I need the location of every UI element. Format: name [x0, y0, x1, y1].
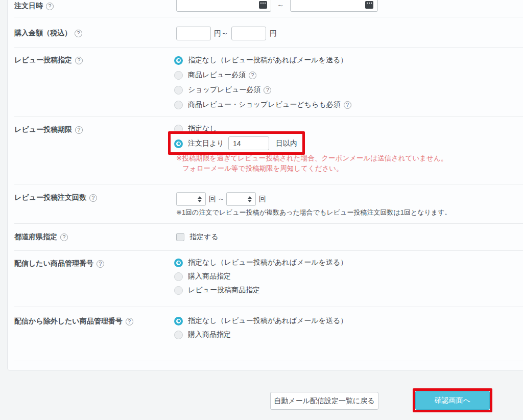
radio-option-label: 指定なし（レビュー投稿があればメールを送る） [188, 316, 347, 325]
count-unit-from: 回 [209, 195, 216, 204]
date-range-separator: ～ [277, 1, 284, 10]
prefecture-checkbox-option[interactable]: 指定する [176, 232, 219, 242]
review-post-spec-label: レビュー投稿指定 [14, 56, 72, 65]
radio-unselected-icon[interactable] [174, 101, 183, 109]
radio-selected-icon[interactable] [174, 317, 183, 325]
radio-option-exclude-none[interactable]: 指定なし（レビュー投稿があればメールを送る） [174, 316, 347, 325]
radio-option-label: 購入商品指定 [188, 272, 231, 281]
row-separator [14, 361, 523, 361]
radio-option-include-reviewed[interactable]: レビュー投稿商品指定 [174, 286, 260, 295]
amount-unit-to: 円 [270, 29, 277, 38]
row-separator [14, 250, 523, 251]
radio-unselected-icon[interactable] [174, 125, 183, 133]
radio-unselected-icon[interactable] [174, 331, 183, 339]
review-order-count-label-row: レビュー投稿注文回数 ? [14, 193, 97, 202]
prefecture-label: 都道府県指定 [14, 232, 57, 242]
calendar-icon[interactable] [259, 1, 267, 9]
help-icon[interactable]: ? [249, 72, 256, 79]
help-icon[interactable]: ? [75, 126, 83, 134]
radio-option-both-reviews-required[interactable]: 商品レビュー・ショップレビューどちらも必須 ? [174, 100, 351, 109]
row-separator [14, 223, 523, 224]
radio-option-label: 指定なし [188, 124, 217, 133]
radio-option-label: 注文日より [188, 139, 224, 148]
order-datetime-label-row: 注文日時 ? [14, 2, 54, 11]
radio-selected-icon[interactable] [174, 56, 183, 65]
order-datetime-label: 注文日時 [14, 2, 43, 11]
radio-option-label: ショップレビュー必須 [188, 85, 260, 95]
order-count-note: ※1回の注文でレビュー投稿が複数あった場合でもレビュー投稿注文回数は1回となりま… [176, 208, 451, 217]
exclude-items-label: 配信から除外したい商品管理番号 [14, 317, 123, 326]
radio-option-deadline-none[interactable]: 指定なし [174, 124, 217, 133]
review-order-count-label: レビュー投稿注文回数 [14, 193, 86, 202]
help-icon[interactable]: ? [46, 3, 54, 10]
radio-option-include-purchased[interactable]: 購入商品指定 [174, 272, 231, 281]
deadline-warning-line2: フォローメール等で投稿期限を周知してください。 [182, 164, 343, 173]
count-from-select[interactable] [176, 192, 206, 206]
help-icon[interactable]: ? [60, 234, 68, 241]
row-separator [14, 116, 523, 117]
radio-option-shop-review-required[interactable]: ショップレビュー必須 ? [174, 85, 271, 95]
radio-option-label: 指定なし（レビュー投稿があればメールを送る） [188, 56, 347, 65]
help-icon[interactable]: ? [75, 57, 83, 64]
order-date-from-input[interactable] [176, 0, 271, 12]
deadline-warning-line1: ※投稿期限を過ぎてレビュー投稿された場合、クーポンメールは送信されていません。 [176, 154, 447, 163]
deadline-days-suffix: 日以内 [276, 139, 297, 148]
amount-to-input[interactable] [231, 27, 266, 40]
radio-unselected-icon[interactable] [174, 286, 183, 295]
row-separator [14, 307, 523, 307]
radio-option-label: 商品レビュー・ショップレビューどちらも必須 [188, 100, 341, 109]
prefecture-label-row: 都道府県指定 ? [14, 232, 68, 242]
exclude-items-label-row: 配信から除外したい商品管理番号 ? [14, 317, 133, 326]
row-separator [14, 47, 523, 48]
radio-selected-icon[interactable] [174, 259, 183, 267]
count-range-separator: ～ [218, 195, 225, 204]
help-icon[interactable]: ? [75, 30, 82, 37]
radio-option-deadline-from-order[interactable]: 注文日より [174, 139, 224, 148]
help-icon[interactable]: ? [97, 260, 104, 268]
deadline-days-input[interactable] [228, 136, 269, 150]
purchase-amount-label: 購入金額（税込） [14, 29, 72, 38]
count-unit-to: 回 [259, 195, 266, 204]
radio-option-no-spec[interactable]: 指定なし（レビュー投稿があればメールを送る） [174, 56, 347, 65]
help-icon[interactable]: ? [344, 101, 351, 109]
radio-option-label: 指定なし（レビュー投稿があればメールを送る） [188, 258, 347, 267]
settings-form-screen: 注文日時 ? ～ 購入金額（税込） ? 円～ 円 レビュー投稿指定 ? 指定なし… [0, 0, 523, 420]
help-icon[interactable]: ? [89, 194, 97, 202]
radio-option-item-review-required[interactable]: 商品レビュー必須 ? [174, 71, 256, 80]
review-deadline-label-row: レビュー投稿期限 ? [14, 125, 83, 134]
amount-from-input[interactable] [176, 27, 211, 40]
row-separator [14, 184, 523, 184]
include-items-label: 配信したい商品管理番号 [14, 259, 93, 268]
purchase-amount-label-row: 購入金額（税込） ? [14, 29, 82, 38]
radio-option-include-none[interactable]: 指定なし（レビュー投稿があればメールを送る） [174, 258, 347, 267]
radio-option-label: レビュー投稿商品指定 [188, 286, 260, 295]
checkbox-label: 指定する [189, 232, 219, 242]
spinner-arrows-icon [198, 196, 202, 202]
radio-option-label: 商品レビュー必須 [188, 71, 246, 80]
review-post-spec-label-row: レビュー投稿指定 ? [14, 56, 83, 65]
back-to-list-button[interactable]: 自動メール配信設定一覧に戻る [270, 392, 378, 410]
radio-unselected-icon[interactable] [174, 86, 183, 95]
radio-option-exclude-purchased[interactable]: 購入商品指定 [174, 330, 231, 339]
radio-unselected-icon[interactable] [174, 272, 183, 281]
checkbox-unchecked-icon[interactable] [176, 233, 184, 241]
confirm-screen-button[interactable]: 確認画面へ [415, 391, 490, 410]
amount-unit-from: 円～ [214, 29, 228, 38]
radio-option-label: 購入商品指定 [188, 330, 231, 339]
review-deadline-label: レビュー投稿期限 [14, 125, 72, 134]
help-icon[interactable]: ? [126, 318, 133, 325]
calendar-icon[interactable] [365, 1, 373, 9]
radio-selected-icon[interactable] [174, 139, 183, 148]
help-icon[interactable]: ? [264, 86, 271, 94]
row-separator [14, 17, 523, 17]
spinner-arrows-icon [248, 196, 252, 202]
count-to-select[interactable] [226, 192, 256, 206]
radio-unselected-icon[interactable] [174, 71, 183, 80]
include-items-label-row: 配信したい商品管理番号 ? [14, 259, 104, 268]
